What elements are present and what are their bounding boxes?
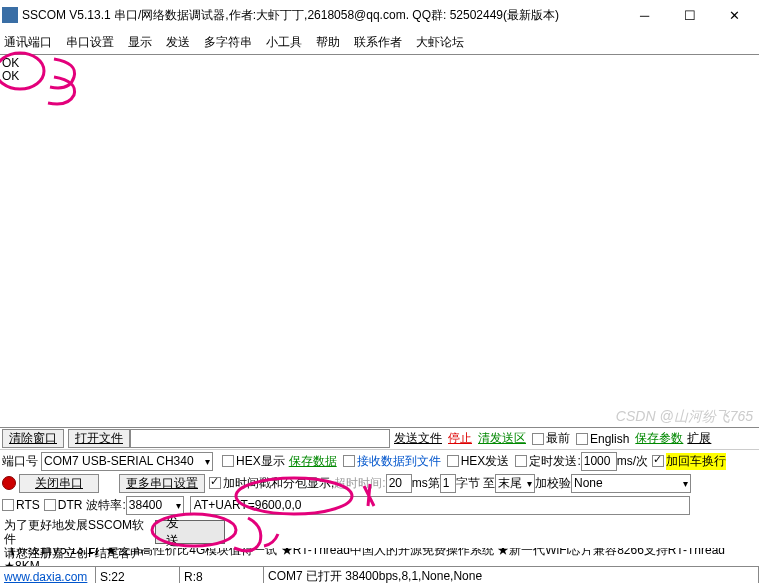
- menu-display[interactable]: 显示: [128, 34, 152, 51]
- save-data-button[interactable]: 保存数据: [289, 453, 337, 470]
- file-path-input[interactable]: [130, 429, 390, 448]
- recv-file-checkbox[interactable]: [343, 455, 355, 467]
- output-line: OK: [2, 57, 757, 70]
- promo-text: 为了更好地发展SSCOM软件 请您注册嘉立创F结尾客户: [0, 516, 155, 548]
- close-port-button[interactable]: 关闭串口: [19, 474, 99, 493]
- menubar: 通讯端口 串口设置 显示 发送 多字符串 小工具 帮助 联系作者 大虾论坛: [0, 30, 759, 54]
- port-status-icon: [2, 476, 16, 490]
- hex-send-checkbox[interactable]: [447, 455, 459, 467]
- timed-send-checkbox[interactable]: [515, 455, 527, 467]
- close-button[interactable]: ✕: [712, 1, 757, 29]
- status-info: COM7 已打开 38400bps,8,1,None,None: [264, 567, 759, 583]
- english-checkbox[interactable]: [576, 433, 588, 445]
- menu-tools[interactable]: 小工具: [266, 34, 302, 51]
- minimize-button[interactable]: ─: [622, 1, 667, 29]
- output-area: OK OK CSDN @山河纷飞765: [0, 54, 759, 428]
- checksum-combo[interactable]: None: [571, 474, 691, 493]
- expand-button[interactable]: 扩展: [687, 430, 711, 447]
- menu-settings[interactable]: 串口设置: [66, 34, 114, 51]
- menu-multistring[interactable]: 多字符串: [204, 34, 252, 51]
- titlebar: SSCOM V5.13.1 串口/网络数据调试器,作者:大虾丁丁,2618058…: [0, 0, 759, 30]
- menu-send[interactable]: 发送: [166, 34, 190, 51]
- stop-button[interactable]: 停止: [448, 430, 472, 447]
- menu-port[interactable]: 通讯端口: [4, 34, 52, 51]
- status-recv: R:8: [180, 567, 264, 583]
- open-file-button[interactable]: 打开文件: [68, 429, 130, 448]
- watermark: CSDN @山河纷飞765: [616, 410, 753, 423]
- command-input[interactable]: AT+UART=9600,0,0: [190, 496, 690, 515]
- send-button[interactable]: 发 送: [155, 520, 225, 544]
- toolbar-row-1: 清除窗口 打开文件 发送文件 停止 清发送区 最前 English 保存参数 扩…: [0, 428, 759, 450]
- menu-contact[interactable]: 联系作者: [354, 34, 402, 51]
- status-bar: www.daxia.com S:22 R:8 COM7 已打开 38400bps…: [0, 566, 759, 583]
- send-file-button[interactable]: 发送文件: [394, 430, 442, 447]
- status-url[interactable]: www.daxia.com: [0, 567, 96, 583]
- timestamp-checkbox[interactable]: [209, 477, 221, 489]
- rts-checkbox[interactable]: [2, 499, 14, 511]
- output-line: OK: [2, 70, 757, 83]
- interval-input[interactable]: 1000: [581, 452, 617, 471]
- dtr-checkbox[interactable]: [44, 499, 56, 511]
- more-settings-button[interactable]: 更多串口设置: [119, 474, 205, 493]
- topmost-checkbox[interactable]: [532, 433, 544, 445]
- app-icon: [2, 7, 18, 23]
- add-crlf-checkbox[interactable]: [652, 455, 664, 467]
- baud-label: 波特率:: [86, 497, 125, 514]
- menu-help[interactable]: 帮助: [316, 34, 340, 51]
- maximize-button[interactable]: ☐: [667, 1, 712, 29]
- clear-send-button[interactable]: 清发送区: [478, 430, 526, 447]
- clear-window-button[interactable]: 清除窗口: [2, 429, 64, 448]
- window-title: SSCOM V5.13.1 串口/网络数据调试器,作者:大虾丁丁,2618058…: [22, 7, 622, 24]
- end-combo[interactable]: 末尾: [495, 474, 535, 493]
- toolbar-row-4: RTS DTR 波特率: 38400 AT+UART=9600,0,0: [0, 494, 759, 516]
- port-label: 端口号: [2, 453, 38, 470]
- pkt-input[interactable]: 1: [440, 474, 456, 493]
- toolbar-row-3: 关闭串口 更多串口设置 加时间戳和分包显示, 超时时间: 20 ms 第 1 字…: [0, 472, 759, 494]
- timeout-input[interactable]: 20: [386, 474, 412, 493]
- status-sent: S:22: [96, 567, 180, 583]
- hex-show-checkbox[interactable]: [222, 455, 234, 467]
- port-combo[interactable]: COM7 USB-SERIAL CH340: [41, 452, 213, 471]
- menu-forum[interactable]: 大虾论坛: [416, 34, 464, 51]
- send-row: 为了更好地发展SSCOM软件 请您注册嘉立创F结尾客户 发 送: [0, 516, 759, 548]
- baud-combo[interactable]: 38400: [126, 496, 184, 515]
- save-param-button[interactable]: 保存参数: [635, 430, 683, 447]
- toolbar-row-2: 端口号 COM7 USB-SERIAL CH340 HEX显示 保存数据 接收数…: [0, 450, 759, 472]
